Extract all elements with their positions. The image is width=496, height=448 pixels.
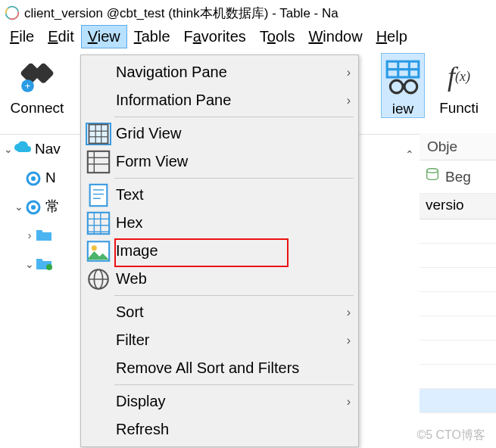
toolbar-function-label: Functi — [439, 100, 479, 117]
folder-open-icon — [35, 256, 53, 272]
menu-tools[interactable]: Tools — [253, 25, 302, 48]
svg-rect-19 — [89, 124, 108, 143]
tree-item-1-label: N — [45, 170, 56, 186]
menu-display[interactable]: Display › — [83, 387, 357, 415]
grid-icon — [86, 123, 111, 145]
toolbar-view[interactable]: iew — [381, 53, 425, 118]
window-title: client_version @cbt_test (think本机数据库) - … — [24, 5, 338, 22]
toolbar-connection[interactable]: + Connect — [3, 53, 71, 117]
menu-grid-view[interactable]: Grid View — [83, 120, 357, 148]
column-header-version[interactable]: versio — [420, 194, 496, 219]
chevron-down-icon[interactable]: ⌄ — [14, 201, 24, 213]
submenu-arrow-icon: › — [347, 94, 351, 107]
separator — [114, 295, 354, 296]
blank-icon — [86, 329, 111, 352]
menu-text[interactable]: Text — [83, 181, 357, 209]
table-glasses-icon — [384, 58, 422, 96]
submenu-arrow-icon: › — [347, 395, 351, 409]
view-dropdown: Navigation Pane › Information Pane › Gri… — [80, 54, 359, 447]
begin-transaction-icon — [424, 166, 441, 187]
tab-objects[interactable]: Obje — [420, 133, 496, 160]
table-row[interactable] — [420, 316, 496, 341]
hex-icon — [86, 212, 111, 235]
svg-point-15 — [31, 176, 36, 181]
svg-rect-24 — [88, 151, 109, 172]
table-row[interactable] — [420, 389, 496, 413]
menu-sort[interactable]: Sort › — [83, 298, 357, 326]
svg-rect-28 — [90, 184, 108, 205]
menu-bar: File Edit View Table Favorites Tools Win… — [0, 24, 496, 51]
app-logo-icon — [5, 5, 20, 20]
cloud-icon — [14, 141, 32, 157]
table-row[interactable] — [420, 268, 496, 292]
menu-image[interactable]: Image — [83, 237, 357, 265]
menu-help[interactable]: Help — [370, 25, 414, 48]
menu-web[interactable]: Web — [83, 265, 357, 293]
title-bar: client_version @cbt_test (think本机数据库) - … — [0, 0, 496, 24]
table-row[interactable] — [420, 365, 496, 389]
table-row[interactable] — [420, 219, 496, 244]
chevron-down-icon[interactable]: ⌄ — [24, 258, 35, 270]
database-icon — [24, 170, 42, 186]
svg-point-43 — [427, 169, 438, 173]
tree-item-4[interactable]: ⌄ — [3, 250, 68, 278]
table-row[interactable] — [420, 292, 496, 316]
tree-item-2[interactable]: ⌄ 常 — [3, 192, 68, 221]
submenu-arrow-icon: › — [347, 334, 351, 347]
toolbar-begin[interactable]: Beg — [420, 160, 496, 194]
menu-view[interactable]: View — [81, 25, 127, 48]
separator — [114, 117, 354, 117]
blank-icon — [86, 89, 111, 112]
menu-hex[interactable]: Hex — [83, 209, 357, 237]
tree-item-3[interactable]: › — [3, 221, 68, 250]
chevron-right-icon[interactable]: › — [24, 229, 35, 241]
separator — [114, 384, 354, 385]
blank-icon — [86, 301, 111, 324]
image-icon — [86, 240, 111, 263]
svg-point-11 — [390, 80, 403, 93]
menu-file[interactable]: File — [3, 25, 41, 48]
menu-window[interactable]: Window — [301, 25, 369, 48]
text-file-icon — [86, 184, 111, 207]
menu-refresh[interactable]: Refresh — [83, 415, 357, 443]
right-panel: Obje Beg versio — [420, 133, 496, 413]
menu-favorites[interactable]: Favorites — [177, 25, 253, 48]
blank-icon — [86, 390, 111, 413]
blank-icon — [86, 357, 111, 380]
submenu-arrow-icon: › — [347, 66, 351, 79]
database-icon — [24, 198, 42, 215]
plug-icon: + — [18, 58, 56, 95]
svg-point-12 — [404, 80, 417, 93]
menu-information-pane[interactable]: Information Pane › — [83, 86, 357, 114]
scroll-up-icon[interactable]: ⌃ — [403, 148, 416, 162]
menu-remove-sort-filters[interactable]: Remove All Sort and Filters — [83, 354, 357, 382]
toolbar-function[interactable]: f(x) Functi — [425, 53, 493, 117]
svg-point-17 — [31, 205, 36, 210]
menu-navigation-pane[interactable]: Navigation Pane › — [83, 58, 357, 86]
globe-icon — [86, 268, 111, 291]
chevron-down-icon[interactable]: ⌄ — [3, 143, 14, 155]
menu-form-view[interactable]: Form View — [83, 148, 357, 176]
tree-root[interactable]: ⌄ Nav — [3, 135, 68, 163]
menu-table[interactable]: Table — [127, 25, 177, 48]
menu-filter[interactable]: Filter › — [83, 326, 357, 354]
table-row[interactable] — [420, 341, 496, 365]
form-icon — [86, 151, 111, 173]
blank-icon — [86, 61, 111, 84]
connection-tree: ⌄ Nav N ⌄ 常 › ⌄ — [0, 133, 68, 278]
tree-item-2-label: 常 — [45, 197, 60, 216]
watermark: ©5 CTO博客 — [416, 428, 485, 443]
blank-icon — [86, 418, 111, 441]
svg-text:+: + — [25, 81, 30, 92]
toolbar-view-label: iew — [392, 101, 414, 117]
svg-rect-4 — [33, 62, 55, 84]
svg-point-39 — [92, 245, 97, 250]
submenu-arrow-icon: › — [347, 306, 351, 319]
function-fx-icon: f(x) — [440, 58, 478, 95]
folder-icon — [35, 227, 53, 244]
tree-item-1[interactable]: N — [3, 163, 68, 192]
separator — [114, 178, 354, 179]
table-row[interactable] — [420, 244, 496, 268]
menu-edit[interactable]: Edit — [41, 25, 80, 48]
svg-rect-32 — [88, 212, 109, 233]
